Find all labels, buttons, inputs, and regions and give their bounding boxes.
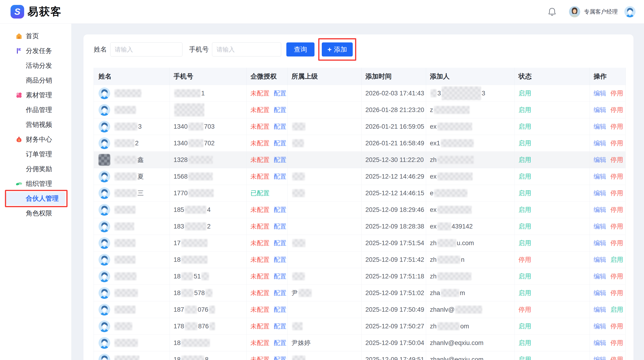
add-button[interactable]: + 添加	[322, 42, 353, 56]
cell-text: 1340	[174, 123, 188, 130]
edit-link[interactable]: 编辑	[594, 322, 606, 331]
toggle-status-link[interactable]: 停用	[610, 222, 623, 231]
edit-link[interactable]: 编辑	[594, 189, 606, 197]
blurred-text	[292, 139, 304, 147]
sidebar-item-4[interactable]: 素材管理	[6, 89, 65, 102]
wecom-configure-link[interactable]: 配置	[274, 355, 286, 360]
phone-cell: 1	[170, 85, 247, 101]
sidebar-item-9[interactable]: 分佣奖励	[6, 162, 65, 176]
toggle-status-link[interactable]: 停用	[610, 272, 623, 281]
sidebar-item-12[interactable]: 角色权限	[6, 207, 65, 220]
cell-text: ex	[430, 173, 437, 180]
add-time-cell: 2026-01-21 16:58:49	[362, 135, 426, 151]
added-by-cell: zhu.com	[426, 235, 515, 251]
edit-link[interactable]: 编辑	[594, 305, 606, 314]
name-cell	[94, 102, 170, 118]
sidebar-item-6[interactable]: 营销视频	[6, 118, 65, 131]
sidebar-item-0[interactable]: 首页	[6, 29, 65, 43]
edit-link[interactable]: 编辑	[594, 272, 606, 281]
toggle-status-link[interactable]: 停用	[610, 156, 623, 164]
sidebar-item-10[interactable]: 组织管理	[6, 177, 65, 190]
sidebar-item-2[interactable]: 活动分发	[6, 59, 65, 72]
status-badge: 启用	[518, 189, 531, 197]
toggle-status-link[interactable]: 停用	[610, 289, 623, 297]
blurred-text	[455, 306, 482, 314]
wecom-configure-link[interactable]: 配置	[274, 106, 286, 114]
name-input[interactable]	[110, 42, 182, 56]
edit-link[interactable]: 编辑	[594, 172, 606, 181]
toggle-status-link[interactable]: 启用	[610, 305, 623, 314]
operations-cell: 编辑停用	[590, 335, 626, 351]
column-header-0: 姓名	[94, 68, 170, 85]
toggle-status-link[interactable]: 停用	[610, 339, 623, 347]
edit-link[interactable]: 编辑	[594, 156, 606, 164]
edit-link[interactable]: 编辑	[594, 222, 606, 231]
table-row: 18未配置配置尹姝婷2025-12-09 17:50:04zhanlv@eqxi…	[94, 335, 626, 351]
edit-link[interactable]: 编辑	[594, 206, 606, 214]
sidebar-item-1[interactable]: 分发任务	[6, 44, 65, 57]
phone-input[interactable]	[212, 42, 281, 56]
wecom-configure-link[interactable]: 配置	[274, 289, 286, 297]
phone-cell: 18	[170, 335, 247, 351]
wecom-configure-link[interactable]: 配置	[274, 156, 286, 164]
wecom-configure-link[interactable]: 配置	[274, 239, 286, 247]
wecom-configure-link[interactable]: 配置	[274, 206, 286, 214]
search-button[interactable]: 查询	[286, 42, 314, 56]
user-avatar[interactable]	[624, 6, 636, 17]
partner-table: 姓名手机号企微授权所属上级添加时间添加人状态操作 1未配置配置2026-02-0…	[94, 68, 626, 360]
status-badge: 启用	[518, 89, 531, 97]
edit-link[interactable]: 编辑	[594, 339, 606, 347]
sidebar-item-8[interactable]: 订单管理	[6, 148, 65, 161]
toggle-status-link[interactable]: 停用	[610, 172, 623, 181]
add-time-cell: 2025-12-09 17:50:27	[362, 318, 426, 335]
toggle-status-link[interactable]: 停用	[610, 355, 623, 360]
edit-link[interactable]: 编辑	[594, 89, 606, 97]
edit-link[interactable]: 编辑	[594, 355, 606, 360]
edit-link[interactable]: 编辑	[594, 256, 606, 264]
wecom-configure-link[interactable]: 配置	[274, 305, 286, 314]
toggle-status-link[interactable]: 停用	[610, 206, 623, 214]
edit-link[interactable]: 编辑	[594, 122, 606, 131]
wecom-configure-link[interactable]: 配置	[274, 272, 286, 281]
toggle-status-link[interactable]: 停用	[610, 106, 623, 114]
blurred-text	[188, 172, 213, 180]
wecom-configure-link[interactable]: 配置	[274, 89, 286, 97]
wecom-configure-link[interactable]: 配置	[274, 172, 286, 181]
blurred-text	[114, 239, 136, 247]
edit-link[interactable]: 编辑	[594, 106, 606, 114]
wecom-auth-cell: 未配置配置	[247, 135, 288, 151]
toggle-status-link[interactable]: 启用	[610, 256, 623, 264]
blurred-text	[202, 272, 209, 280]
wecom-configure-link[interactable]: 配置	[274, 322, 286, 331]
status-badge: 启用	[518, 106, 531, 114]
sidebar-item-11[interactable]: 合伙人管理	[6, 192, 65, 205]
toggle-status-link[interactable]: 停用	[610, 89, 623, 97]
operations-cell: 编辑停用	[590, 85, 626, 101]
wecom-configure-link[interactable]: 配置	[274, 222, 286, 231]
wecom-configure-link[interactable]: 配置	[274, 256, 286, 264]
edit-link[interactable]: 编辑	[594, 139, 606, 147]
phone-cell: 1340703	[170, 118, 247, 135]
default-avatar-icon	[98, 137, 110, 149]
blurred-text	[181, 289, 194, 297]
manager-avatar[interactable]	[569, 6, 580, 17]
notification-bell-icon[interactable]	[548, 7, 557, 16]
toggle-status-link[interactable]: 停用	[610, 189, 623, 197]
sidebar-item-7[interactable]: ¥财务中心	[6, 133, 65, 146]
wecom-configure-link[interactable]: 配置	[274, 122, 286, 131]
default-avatar-icon	[98, 187, 110, 199]
toggle-status-link[interactable]: 停用	[610, 122, 623, 131]
edit-link[interactable]: 编辑	[594, 239, 606, 247]
edit-link[interactable]: 编辑	[594, 289, 606, 297]
wecom-configure-link[interactable]: 配置	[274, 339, 286, 347]
handshake-icon	[16, 180, 22, 187]
column-header-4: 添加时间	[362, 68, 426, 85]
toggle-status-link[interactable]: 停用	[610, 139, 623, 147]
wecom-configure-link[interactable]: 配置	[274, 139, 286, 147]
toggle-status-link[interactable]: 停用	[610, 239, 623, 247]
sidebar-item-3[interactable]: 商品分销	[6, 74, 65, 87]
clover-icon	[16, 92, 22, 99]
operations-cell: 编辑停用	[590, 202, 626, 218]
toggle-status-link[interactable]: 停用	[610, 322, 623, 331]
sidebar-item-5[interactable]: 作品管理	[6, 103, 65, 116]
